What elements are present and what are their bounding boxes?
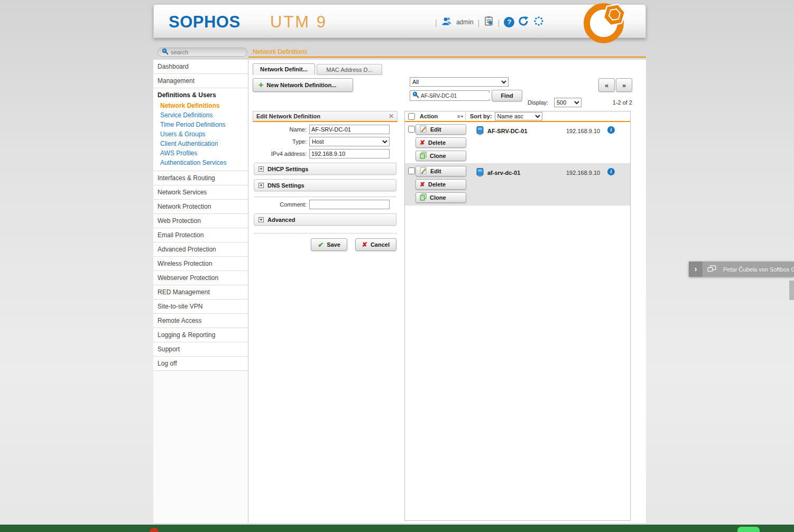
save-button[interactable]: ✔ Save bbox=[311, 238, 347, 251]
batch-menu-icon[interactable]: ≡ ▾ bbox=[457, 113, 463, 119]
sidebar-item-time-period-definitions[interactable]: Time Period Definitions bbox=[153, 120, 248, 129]
sort-by-label: Sort by: bbox=[470, 113, 492, 119]
plus-icon: + bbox=[258, 81, 263, 89]
sidebar-item-email-protection[interactable]: Email Protection bbox=[153, 228, 248, 242]
dhcp-settings-section[interactable]: + DHCP Settings bbox=[254, 163, 396, 175]
sidebar-item-service-definitions[interactable]: Service Definitions bbox=[153, 110, 248, 120]
ipv4-row: IPv4 address: bbox=[253, 149, 398, 158]
sidebar-item-webserver-protection[interactable]: Webserver Protection bbox=[153, 271, 248, 285]
advanced-label: Advanced bbox=[267, 217, 296, 223]
sidebar-item-red-management[interactable]: RED Management bbox=[153, 285, 248, 300]
sidebar-item-aws-profiles[interactable]: AWS Profiles bbox=[153, 148, 248, 158]
row-checkbox[interactable] bbox=[408, 126, 415, 133]
sidebar-item-interfaces-routing[interactable]: Interfaces & Routing bbox=[153, 171, 248, 185]
clone-icon bbox=[420, 193, 427, 202]
select-all-checkbox[interactable] bbox=[408, 113, 415, 120]
delete-button[interactable]: ✘ Delete bbox=[416, 137, 466, 148]
product-name: UTM 9 bbox=[270, 13, 327, 32]
refresh-icon[interactable] bbox=[519, 16, 529, 28]
name-row: Name: bbox=[253, 125, 398, 134]
expand-icon[interactable]: + bbox=[258, 166, 264, 172]
definition-name[interactable]: AF-SRV-DC-01 bbox=[487, 128, 528, 134]
chevron-right-icon[interactable]: › bbox=[689, 262, 703, 277]
screen-share-icon bbox=[707, 265, 716, 274]
new-network-definition-button[interactable]: + New Network Definition... bbox=[253, 78, 353, 92]
main-content: Network Definit... MAC Address D... + Ne… bbox=[248, 60, 646, 523]
sidebar-item-remote-access[interactable]: Remote Access bbox=[153, 314, 248, 328]
find-field[interactable]: ✕ bbox=[410, 90, 490, 101]
expand-icon[interactable]: + bbox=[258, 183, 264, 188]
support-clipboard-icon[interactable] bbox=[484, 16, 494, 29]
overlay-side-tab[interactable] bbox=[789, 281, 794, 300]
sidebar-item-client-authentication[interactable]: Client Authentication bbox=[153, 139, 248, 148]
name-field[interactable] bbox=[309, 125, 390, 134]
help-icon[interactable]: ? bbox=[504, 17, 514, 27]
edit-icon bbox=[420, 125, 427, 134]
logged-in-user[interactable]: admin bbox=[456, 18, 474, 26]
action-header-label: Action bbox=[420, 113, 438, 119]
tab-network-definitions[interactable]: Network Definit... bbox=[253, 63, 315, 75]
edit-button[interactable]: Edit bbox=[416, 124, 466, 135]
delete-icon: ✘ bbox=[420, 139, 425, 146]
cross-icon: ✘ bbox=[362, 241, 367, 248]
sidebar-search[interactable] bbox=[158, 48, 247, 57]
search-icon bbox=[162, 48, 169, 57]
type-label: Type: bbox=[253, 138, 309, 145]
action-column-header: Action ≡ ▾ bbox=[405, 113, 465, 120]
clone-icon bbox=[420, 152, 427, 160]
type-filter-select[interactable]: All bbox=[410, 77, 509, 87]
edit-panel-actions: ✔ Save ✘ Cancel bbox=[253, 238, 398, 251]
find-button[interactable]: Find bbox=[492, 90, 522, 101]
menu-lines-icon: ≡ bbox=[457, 113, 460, 119]
sidebar-item-wireless-protection[interactable]: Wireless Protection bbox=[153, 257, 248, 271]
ipv4-field[interactable] bbox=[309, 149, 390, 158]
save-label: Save bbox=[327, 241, 340, 248]
sidebar-item-network-definitions[interactable]: Network Definitions bbox=[153, 101, 248, 110]
edit-icon bbox=[420, 167, 427, 175]
cancel-button[interactable]: ✘ Cancel bbox=[355, 238, 396, 251]
caret-down-icon: ▾ bbox=[461, 114, 463, 119]
clone-label: Clone bbox=[430, 194, 446, 201]
sidebar-item-network-services[interactable]: Network Services bbox=[153, 185, 248, 200]
display-count-select[interactable]: 500 bbox=[554, 98, 581, 107]
expand-icon[interactable]: + bbox=[258, 217, 264, 222]
sidebar-item-users-groups[interactable]: Users & Groups bbox=[153, 129, 248, 139]
type-select[interactable]: Host bbox=[309, 137, 390, 146]
delete-button[interactable]: ✘ Delete bbox=[416, 179, 466, 190]
edit-button[interactable]: Edit bbox=[416, 166, 466, 176]
sidebar-section-label[interactable]: Definitions & Users bbox=[153, 88, 248, 101]
host-icon bbox=[476, 168, 484, 179]
comment-field[interactable] bbox=[309, 200, 390, 209]
row-checkbox[interactable] bbox=[408, 167, 415, 174]
sidebar-item-web-protection[interactable]: Web Protection bbox=[153, 214, 248, 228]
sort-select[interactable]: Name asc bbox=[495, 112, 542, 120]
edit-panel-title: Edit Network Definition bbox=[256, 113, 320, 119]
divider bbox=[254, 197, 396, 197]
sidebar-item-dashboard[interactable]: Dashboard bbox=[153, 60, 248, 74]
search-input[interactable] bbox=[171, 49, 246, 55]
sidebar-item-log-off[interactable]: Log off bbox=[153, 357, 248, 371]
sidebar-item-network-protection[interactable]: Network Protection bbox=[153, 200, 248, 214]
sidebar-item-authentication-services[interactable]: Authentication Services bbox=[153, 158, 248, 167]
sidebar-item-management[interactable]: Management bbox=[153, 74, 248, 88]
search-icon bbox=[412, 91, 419, 100]
sidebar-item-advanced-protection[interactable]: Advanced Protection bbox=[153, 242, 248, 257]
sidebar-item-logging-reporting[interactable]: Logging & Reporting bbox=[153, 328, 248, 342]
info-icon[interactable]: i bbox=[607, 126, 615, 134]
close-icon[interactable]: ✕ bbox=[389, 113, 394, 120]
sidebar-section-definitions-users: Definitions & Users Network Definitions … bbox=[153, 88, 248, 171]
sidebar-item-support[interactable]: Support bbox=[153, 342, 248, 357]
previous-page-button[interactable]: « bbox=[598, 78, 615, 92]
next-page-button[interactable]: » bbox=[616, 78, 632, 92]
advanced-section[interactable]: + Advanced bbox=[254, 213, 396, 226]
status-pill[interactable] bbox=[737, 527, 760, 532]
title-rule bbox=[248, 57, 646, 58]
sidebar-item-site-to-site-vpn[interactable]: Site-to-site VPN bbox=[153, 300, 248, 314]
clone-button[interactable]: Clone bbox=[416, 151, 466, 161]
definition-name[interactable]: af-srv-dc-01 bbox=[487, 170, 520, 176]
dns-settings-section[interactable]: + DNS Settings bbox=[254, 179, 396, 191]
info-icon[interactable]: i bbox=[607, 168, 615, 175]
find-input[interactable] bbox=[421, 93, 491, 99]
clone-button[interactable]: Clone bbox=[416, 192, 466, 203]
tab-mac-address-definitions[interactable]: MAC Address D... bbox=[317, 64, 382, 75]
